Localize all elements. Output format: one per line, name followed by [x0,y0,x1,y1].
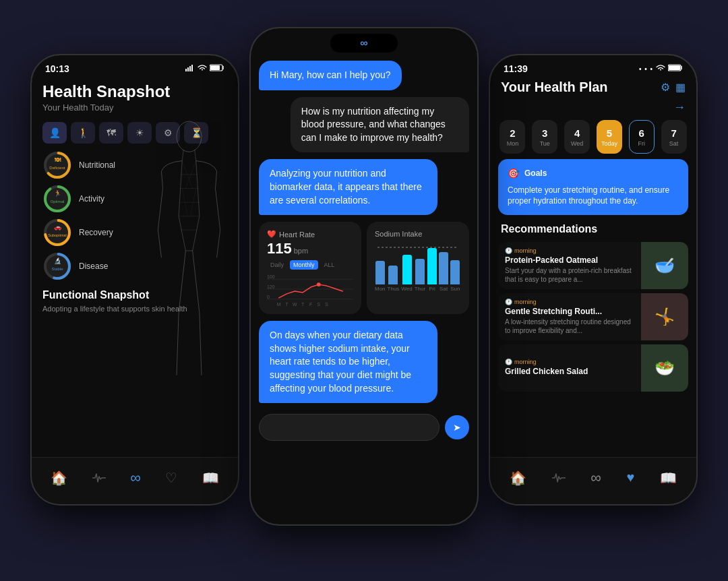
rec-title: Recommendations [490,218,696,238]
signal-dots-icon: • • • [639,65,653,73]
bottom-nav-right: 🏠 ∞ ♥ 📖 [490,457,696,504]
status-icons-left [185,64,224,73]
svg-text:🔬: 🔬 [54,257,62,265]
battery-icon-left [210,64,224,73]
task-text: Complete your stretching routine, and en… [508,185,679,208]
bar-wed: Wed [401,255,412,292]
svg-rect-1 [187,67,189,71]
signal-icon [185,64,195,73]
hr-line-chart: 100 120 0 M T W T [267,272,353,306]
rec-time-2: 🕐 morning [505,299,634,305]
nutritional-ring: 🍽 Deficient [42,150,72,180]
cal-day-today[interactable]: 5 Today [597,120,622,154]
bar-mon: Mon [375,261,386,292]
svg-text:🏃: 🏃 [54,189,62,197]
disease-label: Disease [79,262,108,271]
rec-item-2[interactable]: 🕐 morning Gentle Stretching Routi... A l… [498,293,688,340]
send-icon: ➤ [453,422,461,433]
clock-icon-3: 🕐 [505,359,512,365]
nutritional-label: Nutritional [79,160,115,170]
rec-time-3: 🕐 morning [505,359,634,365]
tab-all[interactable]: ALL [321,260,338,270]
nav-infinity-right[interactable]: ∞ [590,469,601,487]
rec-img-2: 🤸 [641,293,688,340]
nav-pulse-left[interactable] [92,472,106,483]
svg-text:F: F [309,302,312,306]
nav-tab-map[interactable]: 🗺 [99,122,123,144]
rec-text-1: 🕐 morning Protein-Packed Oatmeal Start y… [498,242,634,289]
hr-tabs: Daily Monthly ALL [267,260,353,270]
hr-title: ❤️ Heart Rate [267,230,353,239]
tab-daily[interactable]: Daily [267,260,287,270]
heart-icon: ❤️ [267,230,276,239]
svg-text:T: T [285,302,289,306]
nav-book-right[interactable]: 📖 [660,470,677,486]
nav-tab-walk[interactable]: 🚶 [71,122,95,144]
plan-title: Your Health Plan [501,80,608,95]
chat-msg-2: How is my nutrition affecting my blood p… [291,97,469,153]
svg-line-7 [182,150,183,160]
nav-tab-people[interactable]: 👤 [42,122,67,144]
nav-book-left[interactable]: 📖 [202,470,219,486]
rec-desc-2: A low-intensity stretching routine desig… [505,317,634,335]
infinity-icon-center: ∞ [360,37,367,49]
plan-header: Your Health Plan ⚙ ▦ [490,77,696,100]
cal-day-3[interactable]: 3 Tue [532,120,557,154]
chat-msg-3: Analyzing your nutrition and biomarker d… [259,159,437,215]
sodium-reference-line [375,245,461,249]
center-phone: ∞ Hi Mary, how can I help you? How is my… [249,27,479,526]
bottom-nav-left: 🏠 ∞ ♡ 📖 [32,457,238,504]
svg-text:🚗: 🚗 [54,223,62,231]
svg-line-8 [195,150,196,160]
cal-day-7[interactable]: 7 Sat [661,120,687,154]
svg-text:0: 0 [267,295,270,299]
recovery-ring: 🚗 Suboptimal [42,218,72,247]
calendar-row: 2 Mon 3 Tue 4 Wed 5 Today 6 Fri [490,117,696,156]
nav-heart-left[interactable]: ♡ [165,470,177,486]
svg-rect-0 [185,69,187,71]
rec-item-3[interactable]: 🕐 morning Grilled Chicken Salad 🥗 [498,344,688,392]
clock-icon-2: 🕐 [505,299,512,305]
svg-rect-3 [191,65,193,71]
hr-chart: 100 120 0 M T W T [267,272,353,306]
rec-name-3: Grilled Chicken Salad [505,367,634,376]
nav-home-left[interactable]: 🏠 [51,470,67,486]
right-phone: 11:39 • • • Your Health Plan ⚙ [489,54,698,506]
status-bar-right: 11:39 • • • [490,55,696,77]
tab-monthly[interactable]: Monthly [290,260,318,270]
body-wireframe [147,119,231,382]
nav-home-right[interactable]: 🏠 [510,470,526,486]
plan-header-icons: ⚙ ▦ [661,81,686,94]
bar-thus: Thus [388,266,400,292]
battery-icon-right [668,64,683,73]
chat-msg-4: On days when your dietary data shows hig… [259,321,437,403]
phones-container: 10:13 Health Snapshot Your Health Today [0,0,728,581]
status-bar-left: 10:13 [32,55,238,77]
nav-infinity-left[interactable]: ∞ [130,469,141,487]
svg-text:Optimal: Optimal [51,200,65,204]
settings-icon-right[interactable]: ⚙ [661,81,670,94]
calendar-arrow[interactable]: → [490,100,696,115]
nav-heart-right[interactable]: ♥ [627,470,635,485]
chat-input[interactable] [259,414,439,441]
svg-text:W: W [293,302,297,306]
left-phone: 10:13 Health Snapshot Your Health Today [30,54,239,506]
time-right: 11:39 [504,63,528,74]
hr-unit: bpm [294,247,308,255]
cal-day-4[interactable]: 4 Wed [564,120,590,154]
svg-text:S: S [317,302,321,306]
chat-container: Hi Mary, how can I help you? How is my n… [251,55,477,408]
nav-pulse-right[interactable] [552,472,566,483]
cal-day-2[interactable]: 2 Mon [499,120,525,154]
grid-icon-right[interactable]: ▦ [675,81,686,94]
hr-value: 115 [267,240,292,257]
svg-text:Suboptimal: Suboptimal [48,233,67,237]
svg-text:100: 100 [267,274,275,279]
svg-text:🍽: 🍽 [55,156,61,163]
wifi-icon-right [656,64,665,73]
rec-img-3: 🥗 [641,344,688,392]
status-icons-right: • • • [639,64,683,73]
cal-day-6[interactable]: 6 Fri [629,120,655,154]
send-button[interactable]: ➤ [445,415,469,439]
rec-item-1[interactable]: 🕐 morning Protein-Packed Oatmeal Start y… [498,242,688,289]
